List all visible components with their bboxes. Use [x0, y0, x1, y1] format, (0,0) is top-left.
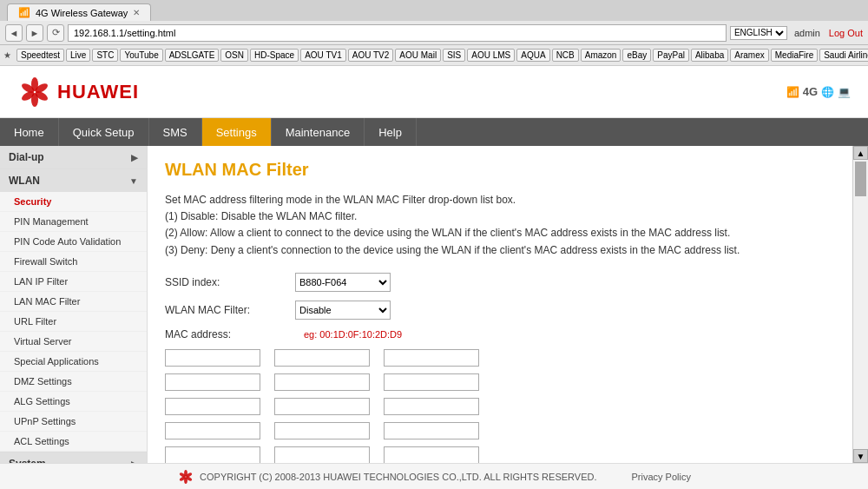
top-bar: HUAWEI 📶 4G 🌐 💻	[0, 66, 868, 118]
sidebar-header-wlan[interactable]: WLAN ▼	[0, 169, 147, 192]
scroll-down-btn[interactable]: ▼	[853, 449, 868, 463]
mac-input-1[interactable]	[165, 349, 260, 367]
sidebar-item-pin-auto[interactable]: PIN Code Auto Validation	[0, 232, 147, 252]
lang-select[interactable]: ENGLISH	[730, 26, 787, 40]
footer-copyright: COPYRIGHT (C) 2008-2013 HUAWEI TECHNOLOG…	[200, 472, 596, 482]
toolbar-osn[interactable]: OSN	[220, 49, 248, 62]
sidebar-item-dmz[interactable]: DMZ Settings	[0, 372, 147, 392]
nav-quick-setup[interactable]: Quick Setup	[59, 118, 149, 146]
footer-left: COPYRIGHT (C) 2008-2013 HUAWEI TECHNOLOG…	[177, 470, 596, 484]
mac-label: MAC address:	[165, 328, 295, 340]
browser-toolbar: ★ Speedtest Live STC YouTube ADSLGATE OS…	[0, 45, 868, 66]
nav-maintenance[interactable]: Maintenance	[272, 118, 365, 146]
sidebar-header-dialup[interactable]: Dial-up ▶	[0, 146, 147, 169]
mac-input-4[interactable]	[165, 373, 260, 391]
sidebar-item-url-filter[interactable]: URL Filter	[0, 312, 147, 332]
scroll-thumb[interactable]	[855, 162, 866, 196]
sidebar-item-acl[interactable]: ACL Settings	[0, 432, 147, 452]
reload-btn[interactable]: ⟳	[47, 24, 64, 42]
scrollbar[interactable]: ▲ ▼	[852, 146, 868, 463]
toolbar-mediafire[interactable]: MediaFire	[771, 49, 818, 62]
mac-input-6[interactable]	[384, 373, 479, 391]
address-input[interactable]	[68, 24, 727, 42]
forward-btn[interactable]: ►	[26, 24, 43, 42]
toolbar-saudiair[interactable]: Saudi Airlines	[819, 49, 868, 62]
filter-label: WLAN MAC Filter:	[165, 304, 295, 316]
sidebar-item-special-apps[interactable]: Special Applications	[0, 352, 147, 372]
footer: COPYRIGHT (C) 2008-2013 HUAWEI TECHNOLOG…	[0, 463, 868, 489]
toolbar-speedtest[interactable]: Speedtest	[16, 49, 64, 62]
mac-hint: eg: 00:1D:0F:10:2D:D9	[304, 329, 402, 340]
dialup-arrow-icon: ▶	[131, 153, 138, 162]
tab-close-btn[interactable]: ✕	[133, 8, 140, 17]
content-area: Dial-up ▶ WLAN ▼ Security PIN Management…	[0, 146, 868, 463]
pc-icon: 💻	[838, 86, 851, 98]
huawei-logo: HUAWEI	[17, 77, 139, 107]
sidebar-header-system[interactable]: System ▶	[0, 453, 147, 463]
scroll-up-btn[interactable]: ▲	[853, 146, 868, 160]
toolbar-stc[interactable]: STC	[92, 49, 118, 62]
toolbar-alibaba[interactable]: Alibaba	[691, 49, 728, 62]
sidebar-section-dialup: Dial-up ▶	[0, 146, 147, 169]
nav-home[interactable]: Home	[0, 118, 59, 146]
user-label: admin	[794, 28, 820, 38]
desc-line-4: (3) Deny: Deny a client's connection to …	[165, 242, 835, 259]
browser-tab[interactable]: 📶 4G Wireless Gateway ✕	[7, 3, 151, 21]
mac-input-13[interactable]	[165, 446, 260, 463]
toolbar-aoumail[interactable]: AOU Mail	[395, 49, 441, 62]
logo-text: HUAWEI	[57, 81, 139, 103]
toolbar-adslgate[interactable]: ADSLGATE	[165, 49, 220, 62]
mac-input-9[interactable]	[384, 398, 479, 415]
page-wrapper: HUAWEI 📶 4G 🌐 💻 Home Quick Setup SMS Set…	[0, 66, 868, 489]
mac-input-14[interactable]	[274, 446, 370, 463]
toolbar-aoutv1[interactable]: AOU TV1	[300, 49, 346, 62]
toolbar-aqua[interactable]: AQUA	[516, 49, 549, 62]
footer-logo-icon	[177, 470, 194, 484]
ssid-select[interactable]: B880-F064	[295, 273, 391, 292]
logout-link[interactable]: Log Out	[829, 28, 863, 38]
toolbar-sis[interactable]: SIS	[443, 49, 465, 62]
mac-input-3[interactable]	[384, 349, 479, 367]
nav-help[interactable]: Help	[365, 118, 417, 146]
toolbar-aramex[interactable]: Aramex	[730, 49, 768, 62]
mac-input-12[interactable]	[384, 422, 479, 439]
toolbar-ncb[interactable]: NCB	[552, 49, 579, 62]
filter-control: Disable Allow Deny	[295, 301, 391, 320]
wlan-arrow-icon: ▼	[129, 176, 138, 186]
filter-select[interactable]: Disable Allow Deny	[295, 301, 391, 320]
mac-input-10[interactable]	[165, 422, 260, 439]
toolbar-hdspace[interactable]: HD-Space	[250, 49, 299, 62]
toolbar-live[interactable]: Live	[66, 49, 90, 62]
back-btn[interactable]: ◄	[5, 24, 23, 42]
toolbar-paypal[interactable]: PayPal	[653, 49, 689, 62]
mac-input-2[interactable]	[274, 349, 370, 367]
toolbar-amazon[interactable]: Amazon	[581, 49, 621, 62]
toolbar-aoulms[interactable]: AOU LMS	[467, 49, 515, 62]
nav-settings[interactable]: Settings	[202, 118, 272, 146]
sidebar-section-wlan: WLAN ▼ Security PIN Management PIN Code …	[0, 169, 147, 453]
sidebar-item-firewall[interactable]: Firewall Switch	[0, 252, 147, 272]
sidebar-item-alg[interactable]: ALG Settings	[0, 392, 147, 412]
mac-label-row: MAC address: eg: 00:1D:0F:10:2D:D9	[165, 328, 835, 340]
mac-input-7[interactable]	[165, 398, 260, 415]
sidebar-item-upnp[interactable]: UPnP Settings	[0, 412, 147, 432]
ssid-row: SSID index: B880-F064	[165, 273, 835, 292]
mac-input-8[interactable]	[274, 398, 370, 415]
toolbar-ebay[interactable]: eBay	[622, 49, 651, 62]
toolbar-aoutv2[interactable]: AOU TV2	[348, 49, 394, 62]
mac-input-15[interactable]	[384, 446, 479, 463]
mac-input-11[interactable]	[274, 422, 370, 439]
toolbar-youtube[interactable]: YouTube	[120, 49, 162, 62]
sidebar-item-lan-ip[interactable]: LAN IP Filter	[0, 272, 147, 292]
sidebar-item-security[interactable]: Security	[0, 192, 147, 212]
tab-title: 4G Wireless Gateway	[36, 8, 128, 18]
sidebar-item-virtual-server[interactable]: Virtual Server	[0, 332, 147, 352]
sidebar-item-pin-mgmt[interactable]: PIN Management	[0, 212, 147, 232]
globe-icon: 🌐	[821, 86, 834, 98]
nav-sms[interactable]: SMS	[149, 118, 202, 146]
mac-input-5[interactable]	[274, 373, 370, 391]
footer-privacy-link[interactable]: Privacy Policy	[631, 472, 690, 482]
signal-icons: 📶 4G 🌐 💻	[786, 85, 851, 98]
tab-favicon: 📶	[18, 7, 30, 18]
sidebar-item-lan-mac[interactable]: LAN MAC Filter	[0, 292, 147, 312]
